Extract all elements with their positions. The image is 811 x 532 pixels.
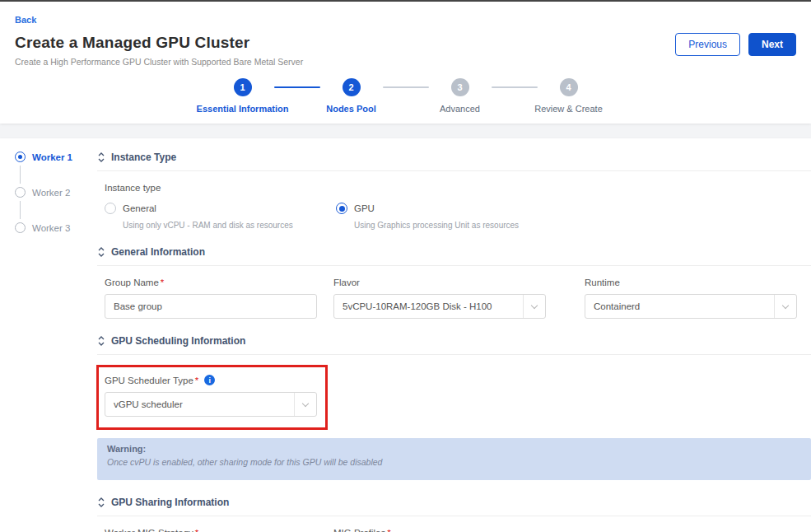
section-gpu-scheduling: GPU Scheduling Information GPU Scheduler… xyxy=(97,335,811,480)
radio-label: General xyxy=(123,203,156,213)
step-review-create[interactable]: 4 Review & Create xyxy=(528,78,610,114)
wizard-stepper: 1 Essential Information 2 Nodes Pool 3 A… xyxy=(15,78,796,114)
annotation-highlight-box: GPU Scheduler Type* i vGPU scheduler xyxy=(96,365,328,430)
warning-title: Warning: xyxy=(107,444,801,454)
section-instance-type: Instance Type Instance type General Usin… xyxy=(97,152,811,230)
back-link[interactable]: Back xyxy=(15,15,36,25)
sidebar-item-worker-1[interactable]: Worker 1 xyxy=(15,152,97,162)
chevron-down-icon xyxy=(523,295,545,318)
section-title: GPU Sharing Information xyxy=(111,497,229,508)
worker-form: Instance Type Instance type General Usin… xyxy=(97,150,811,532)
radio-unselected-icon xyxy=(105,203,116,214)
mig-profiles-label: MIG Profiles* xyxy=(333,528,546,532)
step-number-badge: 3 xyxy=(451,78,469,96)
step-advanced[interactable]: 3 Advanced xyxy=(419,78,501,114)
radio-option-general[interactable]: General xyxy=(105,203,336,214)
collapse-section-icon[interactable] xyxy=(97,336,105,346)
flavor-label: Flavor xyxy=(333,278,546,287)
section-header-gpu-scheduling: GPU Scheduling Information xyxy=(97,335,811,355)
warning-text: Once cvPU is enabled, other sharing mode… xyxy=(107,457,801,467)
gpu-scheduler-type-label: GPU Scheduler Type* i xyxy=(105,375,317,385)
runtime-label: Runtime xyxy=(585,278,797,287)
step-number-badge: 2 xyxy=(343,78,361,96)
chevron-down-icon xyxy=(294,393,316,416)
required-mark: * xyxy=(161,278,164,287)
group-name-label: Group Name* xyxy=(105,278,317,287)
worker-connector-line xyxy=(20,201,21,219)
radio-unselected-icon xyxy=(15,187,26,198)
step-nodes-pool[interactable]: 2 Nodes Pool xyxy=(310,78,393,114)
step-number-badge: 4 xyxy=(560,78,578,96)
section-title: GPU Scheduling Information xyxy=(111,335,245,347)
previous-button[interactable]: Previous xyxy=(675,33,740,56)
required-mark: * xyxy=(195,528,198,532)
step-label: Nodes Pool xyxy=(326,104,376,114)
runtime-select[interactable]: Containerd xyxy=(585,294,797,319)
radio-label: GPU xyxy=(354,203,375,213)
step-essential-information[interactable]: 1 Essential Information xyxy=(202,78,284,114)
step-label: Advanced xyxy=(440,104,480,114)
group-name-input[interactable] xyxy=(105,294,317,319)
worker-label: Worker 2 xyxy=(32,188,70,198)
worker-label: Worker 3 xyxy=(32,223,70,233)
required-mark: * xyxy=(195,376,198,385)
header-actions: Previous Next xyxy=(675,33,796,56)
info-icon[interactable]: i xyxy=(204,375,215,385)
section-title: General Information xyxy=(111,246,205,258)
radio-description: Using only vCPU - RAM and disk as resour… xyxy=(123,221,336,230)
section-general-information: General Information Group Name* Flavor 5… xyxy=(97,246,811,319)
step-label: Review & Create xyxy=(534,104,603,114)
collapse-section-icon[interactable] xyxy=(97,152,105,162)
section-header-general-information: General Information xyxy=(97,246,811,266)
radio-unselected-icon xyxy=(15,222,26,233)
page-header: Back Create a Managed GPU Cluster Create… xyxy=(0,2,811,124)
gpu-scheduler-type-select[interactable]: vGPU scheduler xyxy=(105,392,317,417)
worker-label: Worker 1 xyxy=(32,152,72,162)
collapse-section-icon[interactable] xyxy=(97,497,105,507)
worker-mig-strategy-label: Worker MIG Strategy* xyxy=(105,528,317,532)
radio-selected-icon xyxy=(336,203,347,214)
page-subtitle: Create a High Performance GPU Cluster wi… xyxy=(15,57,796,67)
collapse-section-icon[interactable] xyxy=(97,247,105,257)
section-header-gpu-sharing: GPU Sharing Information xyxy=(97,497,811,516)
sidebar-item-worker-2[interactable]: Worker 2 xyxy=(15,187,97,198)
section-title: Instance Type xyxy=(111,152,176,163)
nodes-pool-content: Worker 1 Worker 2 Worker 3 Instance Type… xyxy=(0,138,811,532)
radio-option-gpu[interactable]: GPU xyxy=(336,203,519,214)
radio-selected-icon xyxy=(15,152,26,162)
sidebar-item-worker-3[interactable]: Worker 3 xyxy=(15,222,97,233)
chevron-down-icon xyxy=(774,295,796,318)
worker-sidebar: Worker 1 Worker 2 Worker 3 xyxy=(15,150,97,532)
section-gpu-sharing: GPU Sharing Information Worker MIG Strat… xyxy=(97,497,811,532)
flavor-select[interactable]: 5vCPU-10RAM-120GB Disk - H100 xyxy=(333,294,546,319)
required-mark: * xyxy=(387,528,390,532)
step-number-badge: 1 xyxy=(234,78,252,96)
next-button[interactable]: Next xyxy=(748,33,796,56)
step-label: Essential Information xyxy=(197,104,289,114)
section-header-instance-type: Instance Type xyxy=(97,152,811,171)
instance-type-label: Instance type xyxy=(105,183,811,193)
selected-value: vGPU scheduler xyxy=(105,399,294,409)
worker-connector-line xyxy=(20,166,21,184)
warning-banner: Warning: Once cvPU is enabled, other sha… xyxy=(97,438,811,480)
selected-value: Containerd xyxy=(585,301,774,311)
selected-value: 5vCPU-10RAM-120GB Disk - H100 xyxy=(334,301,523,311)
radio-description: Using Graphics processing Unit as resour… xyxy=(354,221,519,230)
